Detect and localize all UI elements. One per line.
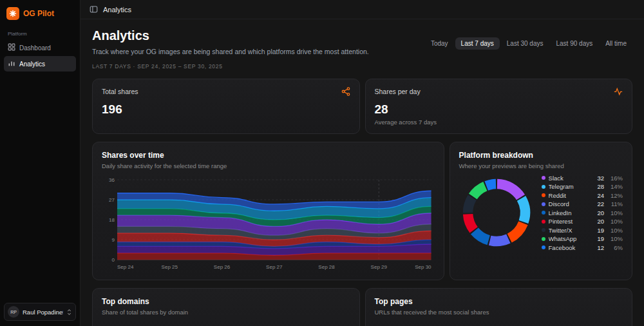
donut-segment[interactable] xyxy=(507,222,527,243)
content: Analytics Track where your OG images are… xyxy=(80,19,644,326)
svg-text:Sep 29: Sep 29 xyxy=(371,264,388,270)
topbar: Analytics xyxy=(80,0,644,19)
legend-percent: 12% xyxy=(607,192,623,199)
total-shares-card: Total shares 196 xyxy=(92,79,360,134)
legend-value: 28 xyxy=(594,183,604,190)
legend-label: WhatsApp xyxy=(549,235,591,242)
chart-title: Platform breakdown xyxy=(459,151,623,160)
donut-segment[interactable] xyxy=(484,179,496,191)
donut-segment[interactable] xyxy=(468,182,487,199)
app-logo[interactable]: OG Pilot xyxy=(0,0,80,26)
legend-item-discord[interactable]: Discord2211% xyxy=(542,200,623,207)
dashboard-icon xyxy=(8,43,15,52)
legend-color-dot xyxy=(542,211,545,215)
range-button-last-90-days[interactable]: Last 90 days xyxy=(550,37,598,50)
donut-segment[interactable] xyxy=(516,196,529,224)
legend-label: LinkedIn xyxy=(549,209,591,216)
legend-value: 12 xyxy=(594,244,604,251)
sidebar-item-dashboard[interactable]: Dashboard xyxy=(4,40,76,55)
legend-item-reddit[interactable]: Reddit2412% xyxy=(542,192,623,199)
legend-item-pinterest[interactable]: Pinterest2010% xyxy=(542,218,623,225)
table-title: Top domains xyxy=(102,297,350,306)
legend-percent: 10% xyxy=(607,209,623,216)
user-name: Raul Popadineti xyxy=(23,309,63,316)
top-pages-table: PageSharesPlatformshttps://smallbets.co/… xyxy=(375,322,623,326)
main-area: Analytics Analytics Track where your OG … xyxy=(80,0,644,326)
app-root: OG Pilot Platform DashboardAnalytics RP … xyxy=(0,0,644,326)
legend-label: Discord xyxy=(549,200,591,207)
shares-per-day-card: Shares per day 28 Average across 7 days xyxy=(365,79,633,134)
legend-percent: 14% xyxy=(607,183,623,190)
table-subtitle: Share of total shares by domain xyxy=(102,309,350,316)
legend-item-facebook[interactable]: Facebook126% xyxy=(542,244,623,251)
legend-item-whatsapp[interactable]: WhatsApp1910% xyxy=(542,235,623,242)
legend-color-dot xyxy=(542,245,545,249)
legend-item-twitter-x[interactable]: Twitter/X1910% xyxy=(542,227,623,234)
legend-value: 22 xyxy=(594,200,604,207)
legend-item-linkedin[interactable]: LinkedIn2010% xyxy=(542,209,623,216)
range-button-all-time[interactable]: All time xyxy=(600,37,632,50)
legend-item-telegram[interactable]: Telegram2814% xyxy=(542,183,623,190)
breadcrumb: Analytics xyxy=(103,6,131,14)
page-header-text: Analytics Track where your OG images are… xyxy=(92,28,369,70)
legend-color-dot xyxy=(542,237,545,241)
legend-value: 20 xyxy=(594,218,604,225)
top-pages-card: Top pages URLs that received the most so… xyxy=(365,288,633,326)
legend-label: Slack xyxy=(549,175,591,182)
donut-segment[interactable] xyxy=(462,195,476,213)
donut-segment[interactable] xyxy=(470,228,489,245)
legend-color-dot xyxy=(542,202,545,206)
user-menu[interactable]: RP Raul Popadineti xyxy=(4,303,76,321)
legend-value: 19 xyxy=(594,227,604,234)
range-button-last-30-days[interactable]: Last 30 days xyxy=(501,37,549,50)
legend-color-dot xyxy=(542,193,545,197)
table-subtitle: URLs that received the most social share… xyxy=(375,309,623,316)
platform-donut-chart[interactable] xyxy=(459,175,534,250)
svg-text:18: 18 xyxy=(109,216,115,222)
range-button-last-7-days[interactable]: Last 7 days xyxy=(455,37,500,50)
time-range-selector: TodayLast 7 daysLast 30 daysLast 90 days… xyxy=(425,37,632,70)
stats-row: Total shares 196 Shares per day 28 Avera… xyxy=(92,79,632,134)
avatar: RP xyxy=(8,306,19,318)
chart-title: Shares over time xyxy=(102,151,435,160)
sidebar-toggle-icon[interactable] xyxy=(90,5,98,14)
sidebar-nav: DashboardAnalytics xyxy=(0,40,80,72)
legend-color-dot xyxy=(542,228,545,232)
stat-label: Total shares xyxy=(102,88,138,95)
legend-label: Pinterest xyxy=(549,218,591,225)
legend-value: 19 xyxy=(594,235,604,242)
legend-value: 24 xyxy=(594,192,604,199)
sidebar-item-analytics[interactable]: Analytics xyxy=(4,56,76,72)
date-range-label: LAST 7 DAYS · SEP 24, 2025 – SEP 30, 202… xyxy=(92,63,369,70)
legend-label: Twitter/X xyxy=(549,227,591,234)
shares-over-time-chart[interactable]: 09182736Sep 24Sep 25Sep 26Sep 27Sep 28Se… xyxy=(102,175,435,271)
donut-segment[interactable] xyxy=(497,179,524,200)
top-domains-table: DomainSharesShareogpilot.com10353% xyxy=(102,322,350,326)
svg-text:36: 36 xyxy=(109,177,115,182)
app-logo-icon xyxy=(6,7,19,20)
sidebar: OG Pilot Platform DashboardAnalytics RP … xyxy=(0,0,80,326)
legend-label: Reddit xyxy=(549,192,591,199)
legend-item-slack[interactable]: Slack3216% xyxy=(542,175,623,182)
sidebar-section-label: Platform xyxy=(0,26,80,39)
legend-label: Telegram xyxy=(549,183,591,190)
sidebar-item-label: Dashboard xyxy=(19,44,51,52)
table-title: Top pages xyxy=(375,297,623,306)
sidebar-item-label: Analytics xyxy=(19,61,45,68)
legend-percent: 10% xyxy=(607,218,623,225)
svg-text:9: 9 xyxy=(112,236,115,242)
legend-value: 32 xyxy=(594,175,604,182)
svg-text:Sep 27: Sep 27 xyxy=(266,264,283,270)
donut-segment[interactable] xyxy=(488,235,510,247)
donut-segment[interactable] xyxy=(462,214,477,233)
stat-value: 196 xyxy=(102,102,350,117)
page-header: Analytics Track where your OG images are… xyxy=(92,28,632,70)
range-button-today[interactable]: Today xyxy=(425,37,454,50)
page-title: Analytics xyxy=(92,28,369,43)
svg-text:0: 0 xyxy=(112,256,115,262)
activity-icon xyxy=(614,87,623,96)
svg-text:Sep 30: Sep 30 xyxy=(415,264,431,270)
shares-over-time-card: Shares over time Daily share activity fo… xyxy=(92,142,444,280)
chart-subtitle: Daily share activity for the selected ti… xyxy=(102,162,435,169)
platform-legend: Slack3216%Telegram2814%Reddit2412%Discor… xyxy=(542,175,623,251)
